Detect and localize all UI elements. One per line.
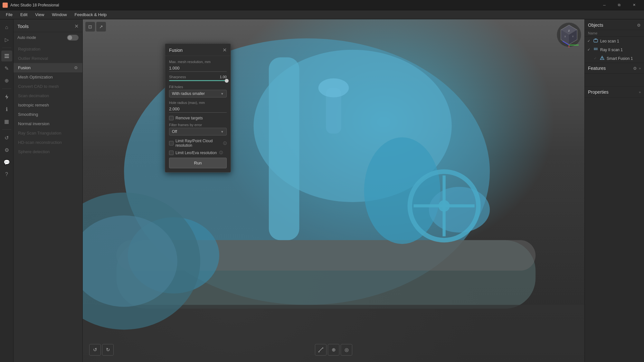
viewport-fit-icon[interactable]: ⊡ bbox=[85, 22, 95, 32]
tool-fusion[interactable]: Fusion ⚙ bbox=[14, 63, 82, 72]
close-button[interactable]: ✕ bbox=[627, 0, 641, 10]
sharpness-slider[interactable] bbox=[169, 80, 227, 81]
limit-ray-info-icon[interactable]: ⓘ bbox=[223, 141, 227, 146]
leo-scan-name: Leo scan 1 bbox=[600, 39, 641, 43]
filter-frames-label: Filter frames by error bbox=[169, 123, 227, 127]
fusion-dialog-close[interactable]: ✕ bbox=[223, 47, 227, 53]
sidebar-icon-target[interactable]: ⊕ bbox=[1, 75, 12, 86]
sidebar-icon-info[interactable]: ℹ bbox=[1, 104, 12, 115]
remove-targets-label: Remove targets bbox=[175, 116, 203, 120]
objects-col-header: Name bbox=[585, 30, 644, 37]
viewport-background bbox=[83, 19, 584, 362]
smart-fusion-icon bbox=[600, 56, 605, 61]
svg-text:Y: Y bbox=[572, 35, 574, 38]
hole-radius-value[interactable]: 2.000 bbox=[169, 106, 227, 113]
nav-cube[interactable]: Z Y X bbox=[556, 22, 582, 48]
titlebar: Artec Studio 18 Professional ─ ⧉ ✕ bbox=[0, 0, 644, 10]
sidebar-icon-edit[interactable]: ✎ bbox=[1, 63, 12, 74]
remove-targets-checkbox[interactable] bbox=[169, 116, 174, 120]
app-icon bbox=[3, 3, 8, 8]
sidebar-icon-scan[interactable]: ▷ bbox=[1, 34, 12, 45]
tools-close-button[interactable]: ✕ bbox=[74, 23, 79, 29]
fill-holes-option: With radius smaller bbox=[172, 91, 205, 96]
limit-leo-info-icon[interactable]: ⓘ bbox=[219, 150, 223, 155]
window-controls: ─ ⧉ ✕ bbox=[597, 0, 641, 10]
sidebar-icon-question[interactable]: ? bbox=[1, 169, 12, 180]
limit-ray-row[interactable]: Limit Ray/Point Cloud resolution ⓘ bbox=[169, 139, 227, 148]
svg-point-38 bbox=[595, 48, 596, 49]
minimize-button[interactable]: ─ bbox=[597, 0, 612, 10]
features-gear-icon[interactable]: ⚙ bbox=[633, 66, 637, 71]
viewport-bottom-toolbar: ⊕ ◎ bbox=[315, 344, 352, 356]
viewport-undo-redo: ↺ ↻ bbox=[89, 344, 114, 356]
menu-edit[interactable]: Edit bbox=[17, 11, 31, 18]
sidebar-icon-settings[interactable]: ⚙ bbox=[1, 144, 12, 155]
tool-mesh-opt[interactable]: Mesh Optimization bbox=[14, 72, 82, 82]
redo-button[interactable]: ↻ bbox=[102, 344, 114, 356]
restore-button[interactable]: ⧉ bbox=[612, 0, 627, 10]
sidebar-icon-lightning[interactable] bbox=[1, 91, 12, 102]
smart-fusion-name: Smart Fusion 1 bbox=[607, 56, 641, 61]
fusion-dialog-titlebar: Fusion ✕ bbox=[165, 44, 231, 56]
right-panel: Objects ⚙ Name ✓ Leo scan 1 ✓ Ray II sca… bbox=[584, 19, 644, 362]
measure-tool-button[interactable] bbox=[315, 344, 327, 356]
run-button[interactable]: Run bbox=[169, 158, 227, 168]
svg-point-39 bbox=[597, 48, 598, 49]
svg-text:X: X bbox=[564, 35, 566, 38]
tool-smoothing[interactable]: Smoothing bbox=[14, 110, 82, 119]
object-item-leo-scan[interactable]: ✓ Leo scan 1 bbox=[585, 37, 644, 45]
properties-header[interactable]: Properties » bbox=[585, 87, 644, 97]
sidebar-icon-tools[interactable] bbox=[1, 51, 12, 61]
tool-normal-inv[interactable]: Normal inversion bbox=[14, 119, 82, 128]
tool-sphere-det: Sphere detection bbox=[14, 147, 82, 156]
viewport[interactable]: ⊡ ↗ Z Y X bbox=[83, 19, 584, 362]
max-mesh-res-value[interactable]: 1.000 bbox=[169, 65, 227, 72]
tool-iso-remesh[interactable]: Isotropic remesh bbox=[14, 100, 82, 110]
crosshair-tool-button[interactable]: ◎ bbox=[341, 344, 352, 356]
ray-scan-icon bbox=[593, 47, 598, 52]
viewport-top-left: ⊡ ↗ bbox=[85, 22, 106, 32]
fusion-settings-icon[interactable]: ⚙ bbox=[74, 65, 78, 70]
menu-window[interactable]: Window bbox=[49, 11, 70, 18]
tools-list: Registration Outlier Removal Fusion ⚙ Me… bbox=[14, 43, 82, 362]
auto-mode-toggle[interactable] bbox=[67, 35, 79, 41]
target-tool-button[interactable]: ⊕ bbox=[328, 344, 339, 356]
fusion-dialog: Fusion ✕ Max. mesh resolution, mm 1.000 … bbox=[165, 43, 231, 172]
object-item-smart-fusion[interactable]: ✓ Smart Fusion 1 bbox=[585, 54, 644, 63]
features-header[interactable]: Features ⚙ » bbox=[585, 63, 644, 74]
menu-feedback[interactable]: Feedback & Help bbox=[71, 11, 110, 18]
sidebar-icon-grid[interactable]: ▦ bbox=[1, 116, 12, 127]
limit-leo-checkbox[interactable] bbox=[169, 151, 174, 155]
limit-ray-checkbox[interactable] bbox=[169, 141, 174, 145]
menu-file[interactable]: File bbox=[3, 11, 16, 18]
svg-line-32 bbox=[318, 348, 323, 352]
nav-cube-svg: Z Y X bbox=[556, 22, 582, 48]
auto-mode-row: Auto mode bbox=[14, 32, 82, 43]
sidebar-icon-chat[interactable]: 💬 bbox=[1, 157, 12, 168]
sidebar-icon-history[interactable]: ↺ bbox=[1, 132, 12, 143]
properties-title: Properties bbox=[588, 89, 609, 95]
sharpness-value: 1.00 bbox=[220, 75, 227, 79]
remove-targets-row[interactable]: Remove targets bbox=[169, 116, 227, 120]
sidebar-icon-home[interactable]: ⌂ bbox=[1, 22, 12, 33]
limit-ray-label: Limit Ray/Point Cloud resolution bbox=[175, 139, 221, 148]
fill-holes-select[interactable]: With radius smaller ▼ bbox=[169, 90, 227, 97]
menu-view[interactable]: View bbox=[32, 11, 47, 18]
undo-button[interactable]: ↺ bbox=[89, 344, 101, 356]
objects-gear-icon[interactable]: ⚙ bbox=[637, 23, 641, 28]
sharpness-slider-thumb[interactable] bbox=[225, 79, 229, 83]
ray-scan-name: Ray II scan 1 bbox=[600, 48, 641, 52]
limit-leo-row[interactable]: Limit Leo/Eva resolution ⓘ bbox=[169, 150, 227, 155]
object-item-ray-scan[interactable]: ✓ Ray II scan 1 bbox=[585, 45, 644, 54]
filter-frames-option: Off bbox=[172, 129, 177, 134]
tool-convert-cad: Convert CAD to mesh bbox=[14, 82, 82, 91]
tool-ray-scan-tri: Ray Scan Triangulation bbox=[14, 128, 82, 138]
svg-rect-35 bbox=[594, 39, 598, 42]
svg-marker-3 bbox=[5, 94, 8, 99]
features-title: Features bbox=[588, 66, 606, 71]
icon-sidebar: ⌂ ▷ ✎ ⊕ ℹ ▦ ↺ ⚙ 💬 ? bbox=[0, 19, 14, 362]
tool-scan-dec: Scan decimation bbox=[14, 91, 82, 100]
viewport-arrow-icon[interactable]: ↗ bbox=[96, 22, 106, 32]
svg-rect-36 bbox=[595, 39, 597, 40]
filter-frames-select[interactable]: Off ▼ bbox=[169, 128, 227, 135]
